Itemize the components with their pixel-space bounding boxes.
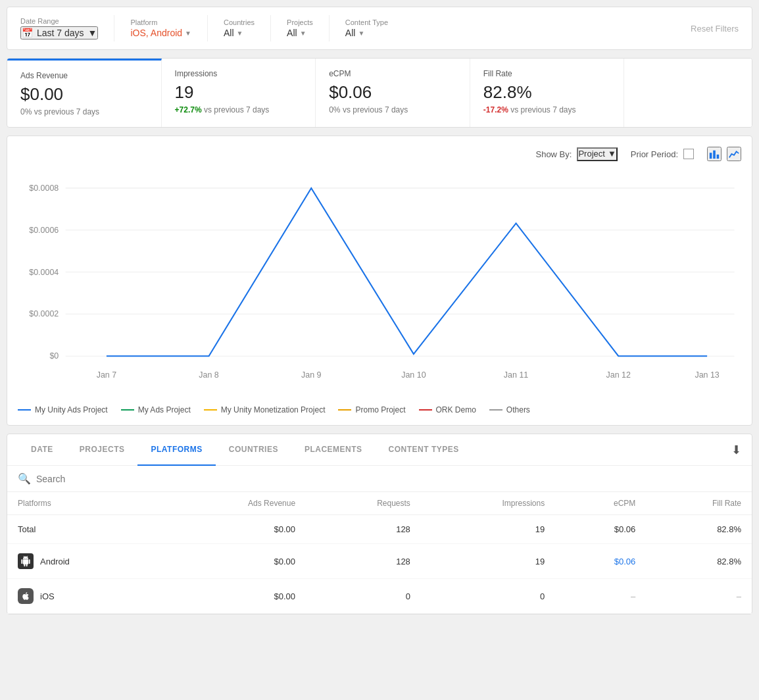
fill-rate-change: -17.2% vs previous 7 days <box>483 105 611 114</box>
row-android-ecpm[interactable]: $0.06 <box>555 544 646 579</box>
projects-label: Projects <box>287 18 313 26</box>
fill-rate-value: 82.8% <box>483 82 611 103</box>
prior-period-group: Prior Period: <box>631 149 694 159</box>
fill-rate-pct: -17.2% <box>483 105 508 114</box>
date-range-label: Date Range <box>20 17 98 25</box>
tab-projects[interactable]: PROJECTS <box>66 434 138 466</box>
chart-container: $0.0008 $0.0006 $0.0004 $0.0002 $0 Jan 7… <box>18 168 741 400</box>
search-bar: 🔍 <box>7 466 752 492</box>
fill-rate-suffix: vs previous 7 days <box>510 105 575 114</box>
projects-filter: Projects All ▼ <box>287 18 313 38</box>
legend-ads-project: My Ads Project <box>121 405 191 414</box>
row-total-fill-rate: 82.8% <box>646 515 752 544</box>
svg-text:Jan 9: Jan 9 <box>301 370 322 380</box>
platform-value: iOS, Android <box>130 28 182 38</box>
tab-countries[interactable]: COUNTRIES <box>216 434 291 466</box>
countries-value: All <box>224 28 234 38</box>
legend-monetization: My Unity Monetization Project <box>204 405 326 414</box>
prior-period-checkbox[interactable] <box>683 149 694 159</box>
filter-bar: Date Range 📅 Last 7 days ▼ Platform iOS,… <box>7 7 752 50</box>
bar-chart-icon[interactable] <box>707 147 722 161</box>
tab-placements[interactable]: PLACEMENTS <box>291 434 376 466</box>
svg-text:$0.0006: $0.0006 <box>29 226 59 235</box>
ads-revenue-suffix: vs previous 7 days <box>34 107 99 116</box>
row-total-ads-revenue: $0.00 <box>161 515 306 544</box>
android-icon <box>18 553 34 569</box>
table-section: DATE PROJECTS PLATFORMS COUNTRIES PLACEM… <box>7 434 752 614</box>
row-ios-ads-revenue: $0.00 <box>161 579 306 614</box>
content-type-filter: Content Type All ▼ <box>345 18 388 38</box>
tab-platforms[interactable]: PLATFORMS <box>137 434 215 466</box>
svg-text:$0: $0 <box>49 351 59 361</box>
legend-line-others <box>489 409 502 411</box>
stats-row: Ads Revenue $0.00 0% vs previous 7 days … <box>7 58 752 128</box>
row-ios-name: iOS <box>7 579 161 614</box>
ads-revenue-label: Ads Revenue <box>20 71 148 80</box>
tab-date[interactable]: DATE <box>18 434 66 466</box>
svg-rect-1 <box>713 151 716 159</box>
svg-rect-2 <box>717 155 720 159</box>
legend-line-ork <box>419 409 432 411</box>
col-header-requests: Requests <box>306 492 421 515</box>
filter-divider-3 <box>270 15 271 41</box>
legend-label-ads-project: My Ads Project <box>138 405 191 414</box>
stat-card-fill-rate: Fill Rate 82.8% -17.2% vs previous 7 day… <box>470 59 625 127</box>
svg-text:Jan 13: Jan 13 <box>695 370 719 380</box>
svg-text:$0.0002: $0.0002 <box>29 310 59 319</box>
row-ios-fill-rate: – <box>646 579 752 614</box>
col-header-platforms: Platforms <box>7 492 161 515</box>
reset-filters-button[interactable]: Reset Filters <box>691 24 739 34</box>
ios-icon <box>18 588 34 604</box>
filter-divider-1 <box>114 15 114 41</box>
svg-text:Jan 7: Jan 7 <box>97 370 117 380</box>
stat-card-empty <box>624 59 752 127</box>
impressions-pct: +72.7% <box>175 105 202 114</box>
countries-label: Countries <box>224 18 255 26</box>
countries-select[interactable]: All ▼ <box>224 28 255 38</box>
ads-revenue-pct: 0% <box>20 107 32 116</box>
data-table: Platforms Ads Revenue Requests Impressio… <box>7 492 752 614</box>
legend-ork: ORK Demo <box>419 405 476 414</box>
content-type-select[interactable]: All ▼ <box>345 28 388 38</box>
fill-rate-label: Fill Rate <box>483 69 611 78</box>
svg-text:$0.0008: $0.0008 <box>29 184 59 193</box>
svg-text:Jan 10: Jan 10 <box>401 370 426 380</box>
row-android-fill-rate: 82.8% <box>646 544 752 579</box>
row-android-ads-revenue: $0.00 <box>161 544 306 579</box>
stat-card-ads-revenue: Ads Revenue $0.00 0% vs previous 7 days <box>7 59 162 127</box>
search-input[interactable] <box>36 474 741 484</box>
platform-arrow: ▼ <box>185 30 191 37</box>
row-android-requests: 128 <box>306 544 421 579</box>
show-by-arrow: ▼ <box>608 149 616 159</box>
col-header-fill-rate: Fill Rate <box>646 492 752 515</box>
stat-card-impressions: Impressions 19 +72.7% vs previous 7 days <box>162 59 316 127</box>
show-by-select[interactable]: Project ▼ <box>577 147 617 161</box>
show-by-value: Project <box>578 149 604 159</box>
legend-line-monetization <box>204 409 217 411</box>
row-ios-requests: 0 <box>306 579 421 614</box>
col-header-impressions: Impressions <box>421 492 555 515</box>
col-header-ads-revenue: Ads Revenue <box>161 492 306 515</box>
table-row: Android $0.00 128 19 $0.06 82.8% <box>7 544 752 579</box>
download-icon[interactable]: ⬇ <box>731 443 741 457</box>
prior-period-label: Prior Period: <box>631 149 678 159</box>
line-chart-icon[interactable] <box>727 147 741 161</box>
projects-select[interactable]: All ▼ <box>287 28 313 38</box>
legend-label-monetization: My Unity Monetization Project <box>221 405 326 414</box>
row-android-impressions: 19 <box>421 544 555 579</box>
content-type-value: All <box>345 28 356 38</box>
chart-legend: My Unity Ads Project My Ads Project My U… <box>18 405 741 414</box>
svg-text:Jan 12: Jan 12 <box>606 370 631 380</box>
date-range-button[interactable]: 📅 Last 7 days ▼ <box>20 26 98 39</box>
filter-divider-2 <box>207 15 208 41</box>
ecpm-label: eCPM <box>329 69 456 78</box>
platform-select[interactable]: iOS, Android ▼ <box>130 28 191 38</box>
legend-label-unity-ads: My Unity Ads Project <box>35 405 108 414</box>
tab-content-types[interactable]: CONTENT TYPES <box>376 434 472 466</box>
projects-value: All <box>287 28 297 38</box>
show-by-label: Show By: <box>535 149 572 159</box>
date-range-filter: Date Range 📅 Last 7 days ▼ <box>20 17 98 39</box>
legend-label-others: Others <box>506 405 530 414</box>
calendar-icon: 📅 <box>22 28 33 38</box>
row-total-requests: 128 <box>306 515 421 544</box>
